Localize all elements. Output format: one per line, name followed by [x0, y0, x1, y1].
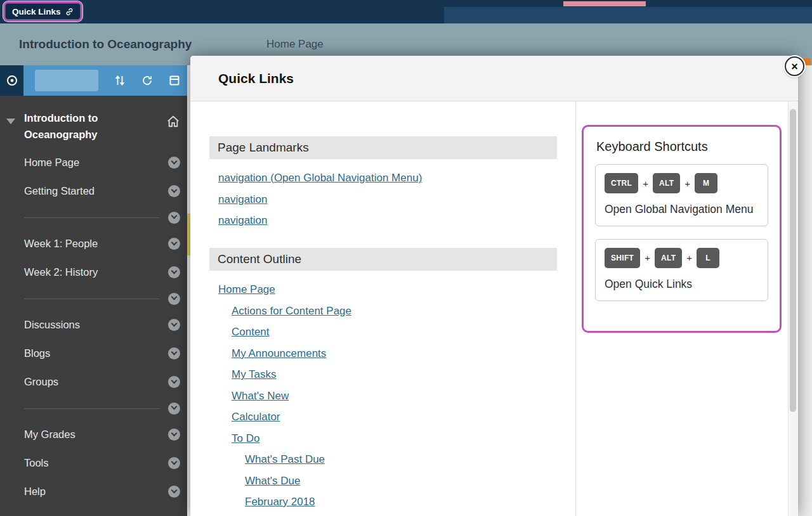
- modal-title: Quick Links: [218, 71, 294, 86]
- key-shift: SHIFT: [605, 248, 640, 268]
- scrollbar-thumb[interactable]: [790, 109, 796, 412]
- key-m: M: [695, 173, 717, 193]
- outline-link[interactable]: My Announcements: [232, 343, 326, 364]
- landmark-link[interactable]: navigation: [218, 210, 268, 231]
- plus-separator: +: [643, 178, 648, 189]
- sidebar-item-help[interactable]: Help: [0, 477, 187, 506]
- shortcut-keys: CTRL + ALT + M: [605, 173, 759, 193]
- key-alt: ALT: [655, 248, 682, 268]
- page-landmarks-heading: Page Landmarks: [209, 136, 557, 159]
- hide-item-circle-icon[interactable]: [168, 319, 180, 331]
- reorder-arrows-icon[interactable]: [115, 75, 125, 86]
- course-menu-controls: [0, 65, 187, 96]
- shortcut-keys: SHIFT + ALT + L: [605, 248, 759, 268]
- outline-link[interactable]: My Tasks: [232, 364, 277, 385]
- collapse-triangle-icon[interactable]: [6, 119, 15, 124]
- hide-item-circle-icon[interactable]: [168, 376, 180, 388]
- screen: Quick Links Introduction to Oceanography…: [0, 0, 812, 516]
- sidebar-item-tools[interactable]: Tools: [0, 449, 187, 477]
- plus-separator: +: [686, 252, 692, 263]
- menu-view-target-icon[interactable]: [0, 65, 23, 96]
- hide-item-circle-icon[interactable]: [168, 293, 180, 305]
- hide-item-circle-icon[interactable]: [168, 347, 180, 359]
- sidebar-item-blogs[interactable]: Blogs: [0, 339, 187, 368]
- hide-item-circle-icon[interactable]: [168, 157, 180, 169]
- shortcut-card-global-nav: CTRL + ALT + M Open Global Navigation Me…: [595, 164, 768, 226]
- open-window-icon[interactable]: [169, 75, 180, 86]
- sidebar-item-home-page[interactable]: Home Page: [0, 148, 187, 177]
- shortcut-card-quick-links: SHIFT + ALT + L Open Quick Links: [595, 239, 768, 301]
- outline-link[interactable]: Content: [232, 321, 270, 343]
- course-title: Introduction to Oceanography: [19, 37, 192, 51]
- outline-link[interactable]: What's Due: [245, 470, 300, 492]
- hide-item-circle-icon[interactable]: [168, 457, 180, 469]
- content-outline-heading: Content Outline: [209, 248, 557, 271]
- topbar-decor-band: [444, 7, 812, 23]
- keyboard-shortcuts-panel: Keyboard Shortcuts CTRL + ALT + M Open G…: [582, 125, 782, 333]
- quick-links-button[interactable]: Quick Links: [3, 1, 82, 22]
- hide-item-circle-icon[interactable]: [168, 429, 180, 441]
- modal-header: Quick Links: [190, 56, 798, 101]
- outline-links: Home Page Actions for Content Page Conte…: [218, 279, 351, 513]
- landmark-link[interactable]: navigation: [218, 189, 268, 210]
- outline-link[interactable]: Actions for Content Page: [232, 300, 351, 322]
- link-icon: [65, 8, 74, 16]
- shortcut-description: Open Quick Links: [605, 276, 759, 292]
- quick-links-modal: Quick Links × Page Landmarks navigation …: [190, 56, 798, 516]
- home-icon[interactable]: [166, 115, 180, 131]
- sidebar-item-week-1[interactable]: Week 1: People: [0, 229, 187, 258]
- sidebar-item-my-grades[interactable]: My Grades: [0, 420, 187, 449]
- topbar-decor-pink: [563, 1, 646, 6]
- sidebar-item-getting-started[interactable]: Getting Started: [0, 177, 187, 205]
- plus-separator: +: [684, 178, 690, 189]
- breadcrumb-page-name: Home Page: [266, 38, 324, 51]
- quick-links-label: Quick Links: [12, 7, 61, 16]
- top-bar: Quick Links: [0, 0, 812, 23]
- refresh-icon[interactable]: [141, 75, 153, 86]
- modal-scrollbar[interactable]: [788, 102, 798, 516]
- hide-item-circle-icon[interactable]: [168, 266, 180, 278]
- sidebar-item-discussions[interactable]: Discussions: [0, 311, 187, 339]
- hide-item-circle-icon[interactable]: [168, 185, 180, 197]
- key-l: L: [697, 248, 719, 268]
- landmark-links: navigation (Open Global Navigation Menu)…: [218, 167, 422, 231]
- outline-link[interactable]: What's Past Due: [245, 449, 325, 470]
- sidebar-course-header: Introduction to Oceanography: [0, 110, 187, 143]
- key-ctrl: CTRL: [605, 173, 638, 193]
- key-alt: ALT: [653, 173, 680, 193]
- plus-separator: +: [645, 252, 650, 263]
- outline-link[interactable]: Calculator: [232, 406, 280, 428]
- sidebar-course-title[interactable]: Introduction to Oceanography: [24, 110, 148, 143]
- course-menu-sidebar: Introduction to Oceanography Home Page G…: [0, 65, 187, 516]
- sidebar-divider: [0, 205, 187, 229]
- hide-item-circle-icon[interactable]: [168, 212, 180, 224]
- close-icon[interactable]: ×: [785, 56, 804, 76]
- sidebar-item-groups[interactable]: Groups: [0, 368, 187, 396]
- hide-item-circle-icon[interactable]: [168, 486, 180, 498]
- modal-column-divider: [575, 102, 576, 516]
- hide-item-circle-icon[interactable]: [168, 238, 180, 250]
- sidebar-item-week-2[interactable]: Week 2: History: [0, 258, 187, 287]
- outline-link[interactable]: To Do: [232, 428, 259, 449]
- outline-link[interactable]: February 2018: [245, 491, 315, 513]
- keyboard-shortcuts-heading: Keyboard Shortcuts: [596, 139, 768, 154]
- sidebar-divider: [0, 396, 187, 420]
- sidebar-divider: [0, 287, 187, 311]
- shortcut-description: Open Global Navigation Menu: [605, 202, 759, 217]
- hide-item-circle-icon[interactable]: [168, 403, 180, 415]
- landmark-link[interactable]: navigation (Open Global Navigation Menu): [218, 167, 422, 189]
- course-menu-nav: Home Page Getting Started Week 1: People…: [0, 148, 187, 506]
- list-view-button[interactable]: [35, 70, 98, 91]
- outline-link[interactable]: What's New: [232, 385, 289, 407]
- outline-link[interactable]: Home Page: [218, 279, 275, 300]
